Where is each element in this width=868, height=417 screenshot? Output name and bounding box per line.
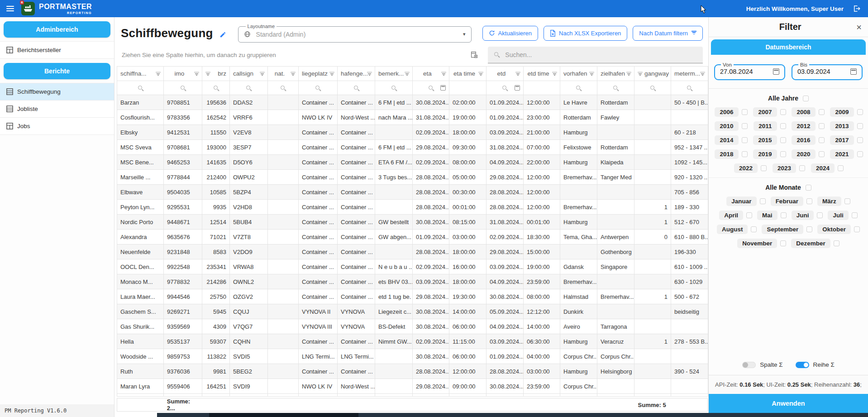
sidebar-item-jobliste[interactable]: Jobliste [0,101,114,118]
year-chip[interactable]: 2023 [773,163,796,173]
apply-button[interactable]: Anwenden [709,394,868,413]
refresh-button[interactable]: Aktualisieren [482,26,538,41]
month-chip[interactable]: August [717,225,748,234]
column-sum-toggle[interactable] [742,362,756,368]
month-checkbox[interactable] [854,226,860,232]
table-row[interactable]: Woodside ...9859753113822SVDI5LNG Termi.… [117,349,708,364]
month-chip[interactable]: Oktober [817,225,851,234]
date-to-value[interactable]: 03.09.2024 [797,68,830,75]
sidebar-item-schiffbewegung[interactable]: Schiffbewegung [0,83,114,101]
close-icon[interactable]: × [856,23,862,32]
column-header-eta-time[interactable]: eta time [449,67,486,81]
column-header-etd[interactable]: etd [486,67,524,81]
month-chip[interactable]: Juli [828,211,848,220]
filter-cell-imo[interactable] [164,81,202,95]
table-row[interactable]: Neuenfelde92318488583V2DO9Container ...C… [117,244,708,259]
column-filter-icon[interactable] [478,72,483,77]
column-filter-icon[interactable] [626,72,631,77]
search-box[interactable] [488,47,703,63]
filter-cell-etd-time[interactable] [524,81,560,95]
column-header-nat[interactable]: nat. [268,67,299,81]
column-header-bemerkung[interactable]: bemerk... [375,67,413,81]
column-filter-icon[interactable] [155,72,161,77]
month-chip[interactable]: Januar [726,197,756,206]
table-row[interactable]: Marseille ...9778844212400OWPU2Container… [117,170,708,185]
year-checkbox[interactable] [857,137,863,143]
logout-icon[interactable] [853,5,861,13]
table-row[interactable]: Cosflourish...9783356162542VRRF6NWO LK I… [117,110,708,125]
sidebar-item-jobs[interactable]: Jobs [0,118,114,135]
month-chip[interactable]: Juni [792,211,814,220]
table-row[interactable]: Alexandra963567671021V7ZT8Container ...C… [117,230,708,244]
calendar-icon[interactable] [850,68,857,75]
filter-cell-gangway[interactable] [634,81,671,95]
year-chip[interactable]: 2012 [792,121,815,131]
table-row[interactable]: MSC Sveva97086811930003ESP7Container ...… [117,140,708,155]
export-xlsx-button[interactable]: Nach XLSX Exportieren [544,26,627,41]
column-header-etd-time[interactable]: etd time [524,67,560,81]
table-row[interactable]: Gas Shurik...93595694309V7QG7VYNOVA IIIV… [117,319,708,334]
column-filter-icon[interactable] [441,72,446,77]
column-filter-icon[interactable] [367,72,372,77]
table-row[interactable]: Hella953513759307CQHNContainer ...Contai… [117,334,708,349]
calendar-icon[interactable] [515,85,520,91]
column-filter-icon[interactable] [700,72,705,77]
date-to-field[interactable]: Bis 03.09.2024 [792,62,863,80]
month-checkbox[interactable] [760,198,766,204]
column-filter-icon[interactable] [290,72,296,77]
column-header-liegeplatz[interactable]: liegeplatz [299,67,338,81]
row-sum-toggle[interactable] [796,362,809,368]
year-checkbox[interactable] [819,123,825,129]
year-chip[interactable]: 2009 [830,107,854,117]
table-row[interactable]: MSC Bene...9465253141635D5OY6Container .… [117,155,708,170]
filter-cell-hafengebiet[interactable] [338,81,375,95]
column-filter-icon[interactable] [637,72,643,77]
year-checkbox[interactable] [780,151,786,157]
all-months-checkbox[interactable] [806,185,811,191]
column-filter-icon[interactable] [205,72,210,77]
year-chip[interactable]: 2018 [715,149,738,159]
year-chip[interactable]: 2020 [792,149,815,159]
year-checkbox[interactable] [838,165,844,171]
year-chip[interactable]: 2008 [792,107,815,117]
month-chip[interactable]: Dezember [791,239,830,248]
year-checkbox[interactable] [742,109,748,115]
search-input[interactable] [504,51,697,59]
column-filter-icon[interactable] [194,72,199,77]
year-chip[interactable]: 2010 [715,121,738,131]
date-from-field[interactable]: Von 27.08.2024 [714,62,785,80]
year-checkbox[interactable] [780,123,786,129]
month-checkbox[interactable] [834,240,839,246]
column-header-metermarken[interactable]: meterm... [671,67,708,81]
filter-cell-bemerkung[interactable] [375,81,413,95]
date-from-value[interactable]: 27.08.2024 [720,68,753,75]
year-chip[interactable]: 2007 [753,107,777,117]
calendar-icon[interactable] [773,68,779,75]
table-row[interactable]: Ruth937603699815BEG2Container ...Contain… [117,364,708,379]
year-chip[interactable]: 2014 [715,135,738,145]
filter-cell-brz[interactable] [202,81,230,95]
column-header-eta[interactable]: eta [413,67,449,81]
table-row[interactable]: Laura Maer...994454625750OZGV2Container … [117,289,708,304]
year-chip[interactable]: 2017 [830,135,854,145]
column-filter-icon[interactable] [589,72,594,77]
year-chip[interactable]: 2015 [753,135,777,145]
column-header-schiffname[interactable]: schiffna... [117,67,164,81]
column-header-vorhafen[interactable]: vorhafen [560,67,597,81]
year-checkbox[interactable] [780,137,786,143]
month-checkbox[interactable] [781,212,787,218]
column-filter-icon[interactable] [515,72,520,77]
month-chip[interactable]: April [719,211,743,220]
menu-hamburger-icon[interactable] [6,5,14,13]
filter-cell-eta-time[interactable] [449,81,486,95]
table-row[interactable]: Maran Lyra9559406164251SVDI9NWO LK IVNor… [117,379,708,394]
chevron-down-icon[interactable]: ▾ [463,31,466,37]
month-chip[interactable]: Mai [757,211,777,220]
year-checkbox[interactable] [761,165,767,171]
layout-select[interactable]: Layoutname Standard (Admin) ▾ [238,24,472,43]
year-checkbox[interactable] [742,123,748,129]
year-checkbox[interactable] [857,151,863,157]
year-checkbox[interactable] [742,151,748,157]
year-chip[interactable]: 2013 [830,121,854,131]
filter-cell-zielhafen[interactable] [597,81,634,95]
